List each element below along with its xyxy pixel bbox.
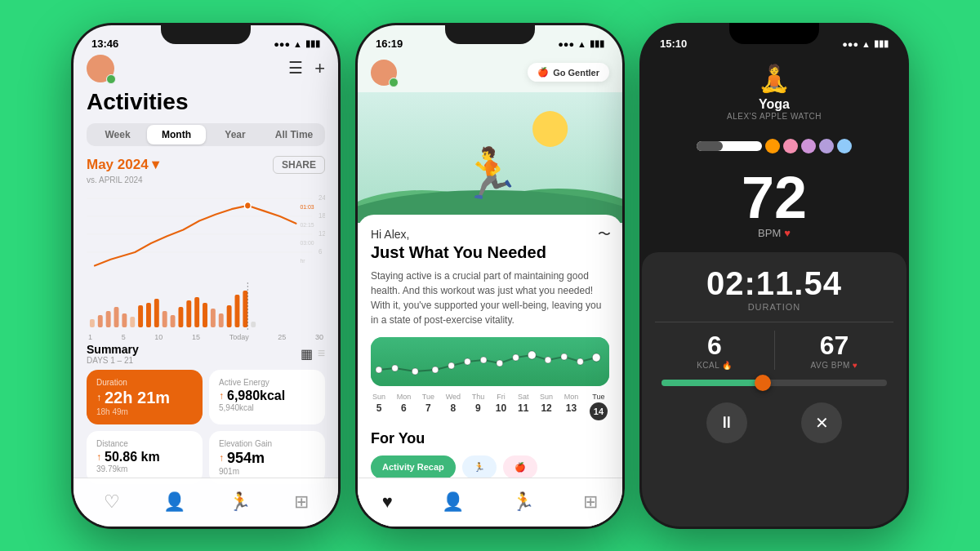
elevation-arrow: ↑ (219, 452, 224, 464)
status-icons-2: ●●● ▲ ▮▮▮ (558, 38, 604, 49)
bpm-label: BPM ♥ (758, 227, 791, 239)
day-tue-14-active[interactable]: Tue 14 (590, 393, 608, 420)
swatch-purple[interactable] (801, 139, 816, 153)
chip-running[interactable]: 🏃 (462, 455, 497, 479)
tab-week[interactable]: Week (88, 125, 147, 144)
tabbar-heart[interactable]: ♡ (104, 491, 120, 513)
tab-bar-2: ♥ 👤 🏃 ⊞ (358, 478, 622, 527)
svg-rect-27 (203, 303, 207, 327)
tabbar-running[interactable]: 🏃 (229, 491, 251, 513)
status-icons-1: ●●● ▲ ▮▮▮ (274, 38, 320, 49)
svg-text:hr: hr (300, 256, 305, 264)
svg-point-47 (480, 357, 487, 363)
line-chart: 24 18 12 6 01:03 02:15 (87, 189, 325, 279)
progress-slider[interactable] (655, 380, 893, 386)
notch-2 (445, 23, 535, 44)
swatch-violet[interactable] (819, 139, 834, 153)
for-you-label: For You (371, 430, 609, 447)
kcal-stat: 6 KCAL 🔥 (655, 331, 774, 370)
card-body: Staying active is a crucial part of main… (371, 269, 609, 327)
swatch-orange[interactable] (765, 139, 780, 153)
yoga-icon: 🧘 (758, 63, 791, 94)
summary-header: Summary DAYS 1 – 21 ▦ ≡ (87, 343, 325, 365)
duration-card: Duration ↑ 22h 21m 18h 49m (87, 370, 203, 424)
watch-label: ALEX'S APPLE WATCH (727, 112, 822, 121)
svg-text:01:03: 01:03 (300, 202, 314, 210)
summary-view-icons: ▦ ≡ (301, 346, 325, 362)
svg-rect-24 (178, 307, 183, 327)
go-gentler-badge[interactable]: 🍎 Go Gentler (528, 63, 609, 82)
chip-activity[interactable]: Activity Recap (371, 455, 456, 479)
mini-chart (371, 337, 609, 386)
add-icon[interactable]: + (314, 58, 325, 79)
current-month[interactable]: May 2024 ▾ (87, 156, 159, 173)
swatch-pink[interactable] (783, 139, 798, 153)
hero-illustration: 🏃 (358, 92, 622, 223)
svg-point-8 (244, 202, 251, 209)
distance-card: Distance ↑ 50.86 km 39.79km (87, 431, 203, 484)
chip-nutrition[interactable]: 🍎 (503, 455, 537, 479)
running-icon: 🏃 (474, 462, 485, 472)
svg-point-54 (592, 353, 600, 362)
user-avatar-2[interactable] (371, 60, 397, 86)
svg-rect-21 (154, 299, 159, 327)
pause-button[interactable]: ⏸ (706, 402, 747, 443)
day-mon-13: Mon13 (564, 393, 579, 420)
character-illustration: 🏃 (460, 144, 521, 202)
svg-rect-32 (243, 291, 247, 327)
intensity-bar (697, 141, 762, 151)
tabbar-grid-2[interactable]: ⊞ (583, 491, 598, 513)
phone-workout: 16:19 ●●● ▲ ▮▮▮ 🍎 Go Gentler (355, 23, 625, 529)
tabbar-person[interactable]: 👤 (163, 491, 185, 513)
svg-text:12: 12 (318, 229, 325, 238)
bar-view-icon[interactable]: ▦ (301, 346, 313, 362)
svg-point-45 (448, 362, 455, 369)
day-sun-12: Sun12 (540, 393, 553, 420)
period-tabs: Week Month Year All Time (87, 123, 325, 146)
stop-button[interactable]: ✕ (801, 402, 842, 443)
svg-rect-31 (235, 295, 240, 327)
svg-rect-26 (194, 297, 199, 327)
tabbar-heart-2[interactable]: ♥ (382, 491, 393, 513)
svg-rect-19 (138, 305, 143, 327)
svg-rect-28 (211, 309, 216, 327)
day-wed-8: Wed8 (446, 393, 461, 420)
svg-text:24: 24 (318, 193, 325, 202)
tabbar-grid[interactable]: ⊞ (294, 491, 309, 513)
slider-thumb[interactable] (755, 375, 771, 391)
chips-row: Activity Recap 🏃 🍎 (371, 455, 609, 479)
tabbar-running-2[interactable]: 🏃 (512, 491, 534, 513)
duration-time: 02:11.54 (706, 265, 842, 302)
day-mon-6: Mon6 (397, 393, 412, 420)
svg-rect-30 (227, 305, 232, 327)
list-view-icon[interactable]: ≡ (318, 346, 325, 362)
tabbar-person-2[interactable]: 👤 (442, 491, 464, 513)
heart-icon-2: ♥ (853, 361, 858, 370)
svg-point-42 (392, 365, 399, 371)
heart-icon: ♥ (784, 227, 791, 239)
svg-rect-16 (114, 307, 119, 327)
bpm-display: 72 BPM ♥ (642, 162, 906, 252)
tab-bar: ♡ 👤 🏃 ⊞ (74, 478, 338, 527)
status-time-1: 13:46 (91, 38, 118, 50)
user-avatar[interactable] (87, 55, 114, 82)
wave-icon: 〜 (598, 226, 611, 243)
comparison-label: vs. APRIL 2024 (87, 176, 325, 184)
tab-month[interactable]: Month (147, 125, 206, 144)
share-button[interactable]: SHARE (273, 156, 325, 174)
svg-point-52 (561, 353, 568, 360)
swatch-blue[interactable] (837, 139, 852, 153)
kcal-value: 6 (707, 331, 722, 361)
playback-controls: ⏸ ✕ (655, 396, 893, 450)
menu-icon[interactable]: ☰ (288, 58, 303, 79)
signal-icon-2: ●●● (558, 39, 574, 49)
tab-year[interactable]: Year (206, 125, 265, 144)
week-calendar: Sun5 Mon6 Tue7 Wed8 Thu9 Fri10 (371, 393, 609, 420)
duration-label: Duration (96, 378, 193, 387)
elevation-label: Elevation Gain (219, 439, 315, 448)
flame-icon: 🔥 (722, 361, 733, 370)
tab-alltime[interactable]: All Time (265, 125, 323, 144)
summary-days: DAYS 1 – 21 (87, 356, 139, 365)
battery-icon: ▮▮▮ (305, 38, 320, 49)
energy-label: Active Energy (219, 378, 315, 387)
